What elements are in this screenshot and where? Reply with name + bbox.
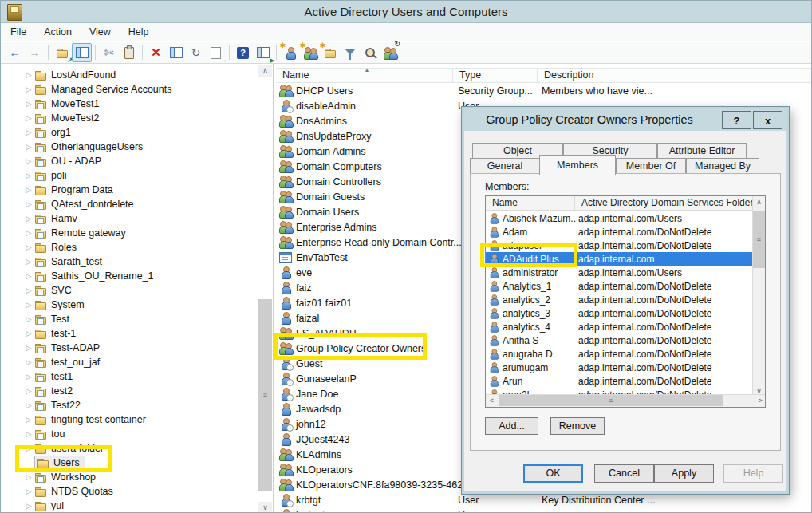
tree-item[interactable]: ▷ test2 bbox=[1, 384, 256, 398]
expander-icon[interactable]: ▷ bbox=[23, 444, 34, 452]
tree-item[interactable]: ▷ Ramv bbox=[1, 211, 256, 226]
scroll-up-icon[interactable]: ∧ bbox=[753, 196, 765, 207]
column-header-type[interactable]: Type bbox=[453, 68, 538, 83]
column-header-name[interactable]: Name ▲ bbox=[276, 68, 453, 83]
add-button[interactable]: Add... bbox=[485, 417, 538, 435]
scroll-left-icon[interactable]: < bbox=[486, 395, 498, 406]
member-row[interactable]: ADAudit Plus adap.internal.com bbox=[486, 252, 755, 266]
tree-scrollbar-thumb[interactable]: ≡ bbox=[258, 299, 272, 491]
tree-item[interactable]: ▷ System bbox=[1, 298, 256, 312]
tree-item[interactable]: ▷ test_ou_jaf bbox=[1, 355, 256, 369]
member-row[interactable]: arumugam adap.internal.com/DoNotDelete bbox=[486, 361, 755, 374]
members-hscroll-thumb[interactable]: ≡ bbox=[499, 395, 723, 406]
expander-icon[interactable]: ▷ bbox=[23, 487, 34, 495]
help-button[interactable]: Help bbox=[723, 464, 783, 483]
tab-member-of[interactable]: Member Of bbox=[616, 158, 686, 174]
delegation-icon[interactable]: ↻ bbox=[380, 43, 400, 62]
expander-icon[interactable]: ▷ bbox=[23, 200, 34, 208]
expander-icon[interactable]: ▷ bbox=[23, 215, 34, 223]
expander-icon[interactable]: ▷ bbox=[23, 401, 34, 409]
expander-icon[interactable]: ▷ bbox=[23, 100, 34, 108]
tab-general[interactable]: General bbox=[470, 158, 540, 174]
expander-icon[interactable]: ▷ bbox=[23, 243, 34, 251]
member-row[interactable]: Analytics_1 adap.internal.com/DoNotDelet… bbox=[486, 279, 755, 293]
members-hscrollbar[interactable]: < ≡ > bbox=[486, 394, 766, 407]
list-item[interactable]: DHCP Users Security Group... Members who… bbox=[276, 83, 811, 98]
expander-icon[interactable]: ▷ bbox=[23, 330, 34, 337]
tree-item[interactable]: ▷ Sathis_OU_Rename_1 bbox=[1, 269, 256, 283]
dialog-close-button[interactable]: x bbox=[753, 111, 782, 129]
member-row[interactable]: Anitha S adap.internal.com/DoNotDelete bbox=[486, 333, 755, 347]
tree-item[interactable]: ▷ OU - ADAP bbox=[1, 154, 256, 168]
member-row[interactable]: Adam adap.internal.com/DoNotDelete bbox=[486, 225, 755, 239]
window-list-icon[interactable]: ▶ bbox=[253, 43, 273, 62]
cut-icon[interactable]: ✄ bbox=[99, 43, 119, 62]
tab-members[interactable]: Members bbox=[539, 155, 616, 175]
back-icon[interactable]: ← bbox=[5, 43, 25, 62]
apply-button[interactable]: Apply bbox=[654, 464, 714, 483]
menu-file[interactable]: File bbox=[10, 26, 26, 37]
tree-item[interactable]: ▷ Test bbox=[1, 312, 256, 326]
show-tree-icon[interactable] bbox=[72, 43, 92, 62]
scroll-down-icon[interactable]: ∨ bbox=[258, 502, 272, 513]
tree-item[interactable]: ▷ LostAndFound bbox=[1, 68, 256, 82]
tree-item[interactable]: ▷ tingting test container bbox=[1, 412, 256, 427]
expander-icon[interactable]: ▷ bbox=[23, 301, 34, 309]
help-icon[interactable]: ? bbox=[233, 43, 253, 62]
members-column-folder[interactable]: Active Directory Domain Services Folder bbox=[575, 196, 755, 211]
tree-item[interactable]: ▷ test-1 bbox=[1, 326, 256, 341]
tree-item[interactable]: Users bbox=[1, 456, 256, 470]
tree-item[interactable]: ▷ tou bbox=[1, 427, 256, 441]
member-row[interactable]: Arun adap.internal.com/DoNotDelete bbox=[486, 374, 755, 388]
scroll-up-icon[interactable]: ∧ bbox=[258, 65, 272, 77]
expander-icon[interactable]: ▷ bbox=[23, 358, 34, 366]
expander-icon[interactable]: ▷ bbox=[23, 315, 34, 323]
expander-icon[interactable]: ▷ bbox=[23, 143, 34, 151]
menu-action[interactable]: Action bbox=[44, 26, 72, 37]
tree-item[interactable]: ▷ OtherlanguageUsers bbox=[1, 140, 256, 154]
filter-icon[interactable] bbox=[340, 43, 360, 62]
tree-item[interactable]: ▷ test1 bbox=[1, 369, 256, 384]
expander-icon[interactable]: ▷ bbox=[23, 186, 34, 194]
expander-icon[interactable]: ▷ bbox=[23, 373, 34, 381]
tree-item[interactable]: ▷ yui bbox=[1, 499, 256, 513]
list-item[interactable]: ↓krbtgt User Key Distribution Center ... bbox=[276, 492, 811, 507]
expander-icon[interactable]: ▷ bbox=[23, 416, 34, 424]
expander-icon[interactable]: ▷ bbox=[23, 114, 34, 122]
dialog-help-button[interactable]: ? bbox=[722, 111, 751, 129]
member-row[interactable]: analytics_2 adap.internal.com/DoNotDelet… bbox=[486, 293, 755, 306]
remove-button[interactable]: Remove bbox=[550, 417, 605, 435]
expander-icon[interactable]: ▷ bbox=[23, 502, 34, 510]
menu-help[interactable]: Help bbox=[128, 26, 149, 37]
paste-icon[interactable] bbox=[119, 43, 139, 62]
find-icon[interactable] bbox=[360, 43, 380, 62]
scroll-right-icon[interactable]: > bbox=[755, 395, 766, 406]
tree-item[interactable]: ▷ SVC bbox=[1, 283, 256, 298]
tree-item[interactable]: ▷ Managed Service Accounts bbox=[1, 82, 256, 97]
expander-icon[interactable]: ▷ bbox=[23, 272, 34, 280]
member-row[interactable]: analytics_4 adap.internal.com/DoNotDelet… bbox=[486, 320, 755, 333]
tree-item[interactable]: ▷ Test22 bbox=[1, 398, 256, 412]
new-ou-icon[interactable]: ∗ bbox=[320, 43, 340, 62]
expander-icon[interactable]: ▷ bbox=[23, 85, 34, 93]
expander-icon[interactable]: ▷ bbox=[23, 430, 34, 438]
tree-item[interactable]: ▷ NTDS Quotas bbox=[1, 484, 256, 499]
new-group-icon[interactable]: ∗ bbox=[300, 43, 320, 62]
new-user-icon[interactable]: ∗ bbox=[280, 43, 300, 62]
tree-item[interactable]: ▷ MoveTest2 bbox=[1, 111, 256, 125]
column-header-description[interactable]: Description bbox=[538, 68, 652, 83]
expander-icon[interactable]: ▷ bbox=[23, 229, 34, 237]
tree-item[interactable]: ▷ Roles bbox=[1, 240, 256, 255]
expander-icon[interactable]: ▷ bbox=[23, 172, 34, 180]
list-item[interactable]: loctest User bbox=[276, 507, 811, 513]
expander-icon[interactable]: ▷ bbox=[23, 157, 34, 165]
tab-attribute-editor[interactable]: Attribute Editor bbox=[657, 143, 747, 159]
tab-managed-by[interactable]: Managed By bbox=[686, 158, 759, 174]
tree-item[interactable]: ▷ Workshop bbox=[1, 470, 256, 484]
tree-item[interactable]: ▷ Program Data bbox=[1, 183, 256, 197]
expander-icon[interactable]: ▷ bbox=[23, 286, 34, 294]
delete-icon[interactable]: ✕ bbox=[146, 43, 166, 62]
expander-icon[interactable]: ▷ bbox=[23, 258, 34, 266]
tree-item[interactable]: ▷ Remote gateway bbox=[1, 226, 256, 240]
member-row[interactable]: administrator adap.internal.com/Users bbox=[486, 266, 755, 279]
